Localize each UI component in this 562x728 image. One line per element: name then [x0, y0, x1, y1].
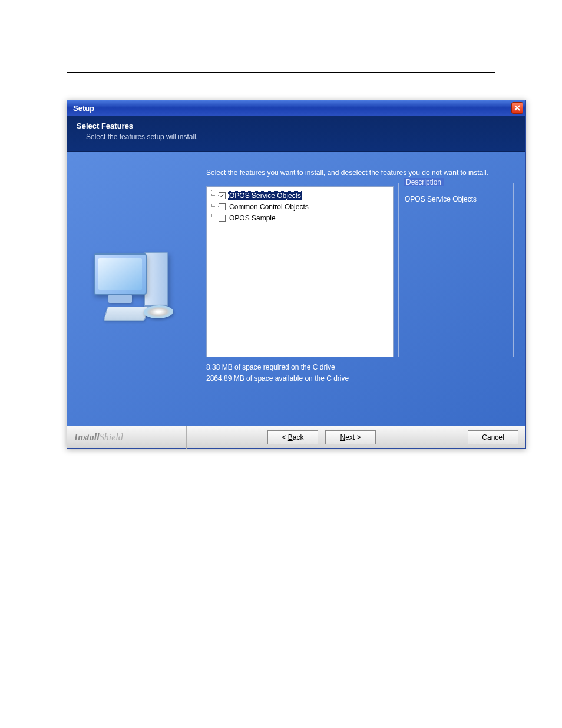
brand-light: Shield [100, 432, 123, 442]
close-button[interactable] [511, 102, 523, 114]
disk-space-info: 8.38 MB of space required on the C drive… [206, 362, 349, 384]
description-panel: Description OPOS Service Objects [398, 183, 514, 357]
features-tree[interactable]: ✓ OPOS Service Objects Common Control Ob… [206, 186, 394, 357]
checkbox-unchecked-icon[interactable] [219, 215, 226, 222]
checkbox-unchecked-icon[interactable] [219, 203, 226, 210]
cd-graphic [143, 305, 174, 318]
setup-dialog: Setup Select Features Select the feature… [67, 100, 526, 449]
header-band: Select Features Select the features setu… [67, 116, 525, 152]
footer-bar: InstallShield < Back Next > Cancel [67, 426, 525, 448]
feature-item-opos-service-objects[interactable]: ✓ OPOS Service Objects [211, 190, 388, 201]
header-title: Select Features [77, 121, 516, 130]
feature-label: Common Control Objects [228, 202, 310, 212]
left-graphic-column [67, 152, 203, 426]
back-button[interactable]: < Back [267, 430, 318, 444]
instruction-text: Select the features you want to install,… [206, 169, 488, 177]
computer-illustration [88, 242, 182, 336]
space-available: 2864.89 MB of space available on the C d… [206, 373, 349, 384]
footer-separator [186, 426, 187, 449]
next-button[interactable]: Next > [325, 430, 376, 444]
tower-graphic [144, 252, 168, 307]
titlebar: Setup [67, 100, 525, 116]
feature-label: OPOS Service Objects [228, 191, 302, 200]
installshield-brand: InstallShield [74, 432, 123, 443]
body-area: Select the features you want to install,… [67, 152, 525, 426]
titlebar-title: Setup [73, 104, 94, 113]
space-required: 8.38 MB of space required on the C drive [206, 362, 349, 373]
feature-item-opos-sample[interactable]: OPOS Sample [211, 213, 388, 223]
checkbox-checked-icon[interactable]: ✓ [219, 192, 226, 199]
description-text: OPOS Service Objects [399, 183, 513, 215]
brand-bold: Install [74, 432, 100, 442]
monitor-graphic [94, 253, 147, 295]
cancel-button[interactable]: Cancel [468, 430, 518, 444]
header-subtitle: Select the features setup will install. [86, 133, 516, 141]
horizontal-rule [67, 72, 495, 73]
description-legend: Description [404, 178, 444, 186]
monitor-stand-graphic [108, 295, 132, 303]
feature-label: OPOS Sample [228, 213, 277, 223]
close-icon [514, 105, 520, 111]
feature-item-common-control-objects[interactable]: Common Control Objects [211, 202, 388, 212]
keyboard-graphic [104, 307, 149, 321]
